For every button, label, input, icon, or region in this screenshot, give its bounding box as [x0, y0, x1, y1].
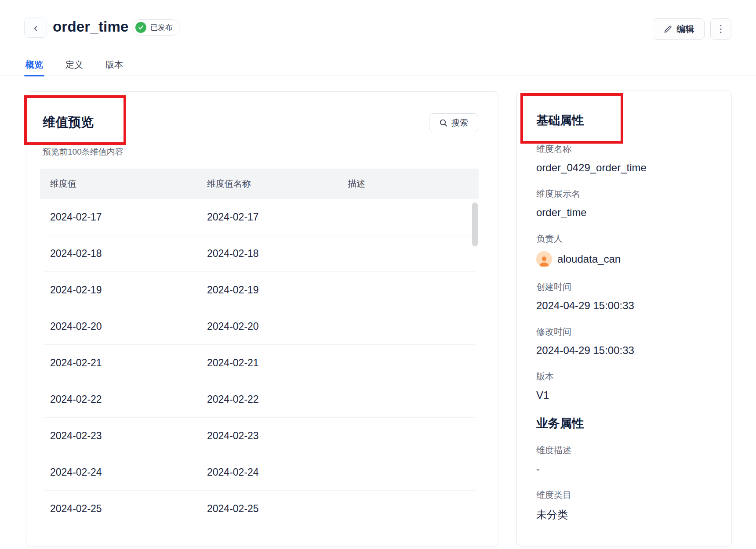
cell-dimension-value-name: 2024-02-21 [207, 357, 348, 369]
cell-dimension-value-name: 2024-02-19 [207, 284, 348, 296]
cell-dimension-value-name: 2024-02-22 [207, 394, 348, 405]
cell-dimension-value-name: 2024-02-17 [207, 211, 348, 223]
property-field: 负责人 aloudata_can [536, 233, 712, 267]
property-label: 创建时间 [536, 281, 712, 293]
table-row[interactable]: 2024-02-17 2024-02-17 [40, 199, 479, 235]
property-field: 维度描述 - [536, 444, 712, 475]
property-field: 维度名称 order_0429_order_time [536, 143, 712, 174]
property-value: V1 [536, 389, 549, 401]
table-row[interactable]: 2024-02-21 2024-02-21 [40, 345, 479, 381]
cell-dimension-value: 2024-02-24 [50, 466, 207, 478]
tab-label: 概览 [25, 60, 43, 69]
check-circle-icon [135, 22, 146, 33]
property-label: 维度类目 [536, 489, 712, 501]
page-title: order_time [53, 18, 129, 35]
table-column-header: 描述 [348, 178, 479, 190]
search-button[interactable]: 搜索 [429, 113, 478, 132]
table-body: 2024-02-17 2024-02-17 2024-02-18 2024-02… [40, 199, 479, 527]
table-row[interactable]: 2024-02-18 2024-02-18 [40, 235, 479, 272]
property-value: 2024-04-29 15:00:33 [536, 344, 634, 357]
table-row[interactable]: 2024-02-24 2024-02-24 [40, 454, 479, 491]
property-field: 维度展示名 order_time [536, 188, 712, 219]
tab-label: 定义 [65, 60, 83, 69]
cell-dimension-value: 2024-02-17 [50, 211, 207, 223]
cell-dimension-value: 2024-02-20 [50, 321, 207, 332]
property-label: 版本 [536, 371, 712, 383]
user-avatar [536, 251, 552, 267]
tab[interactable]: 概览 [24, 53, 44, 76]
tab-label: 版本 [105, 60, 123, 69]
property-label: 维度描述 [536, 444, 712, 456]
chevron-left-icon: ‹ [34, 22, 38, 33]
business-properties-title: 业务属性 [536, 415, 712, 431]
table-scrollbar[interactable] [472, 202, 478, 246]
preview-card-subtitle: 预览前100条维值内容 [43, 146, 124, 158]
back-button[interactable]: ‹ [24, 18, 47, 38]
search-button-label: 搜索 [451, 117, 468, 129]
property-value: 未分类 [536, 508, 568, 522]
edit-button-label: 编辑 [677, 23, 694, 35]
kebab-menu-icon: ⋮ [716, 23, 726, 35]
cell-dimension-value: 2024-02-22 [50, 394, 207, 405]
business-properties-fields: 维度描述 - 维度类目 未分类 [536, 444, 712, 522]
property-field: 维度类目 未分类 [536, 489, 712, 522]
property-label: 维度名称 [536, 143, 712, 155]
basic-properties-fields: 维度名称 order_0429_order_time 维度展示名 order_t… [536, 143, 712, 401]
cell-dimension-value: 2024-02-25 [50, 503, 207, 515]
tab[interactable]: 定义 [64, 53, 84, 76]
table-row[interactable]: 2024-02-20 2024-02-20 [40, 308, 479, 345]
pencil-icon [663, 25, 672, 34]
status-badge: 已发布 [132, 19, 180, 36]
cell-dimension-value-name: 2024-02-20 [207, 321, 348, 332]
cell-dimension-value: 2024-02-21 [50, 357, 207, 369]
table-row[interactable]: 2024-02-25 2024-02-25 [40, 491, 479, 527]
cell-dimension-value-name: 2024-02-23 [207, 430, 348, 442]
property-label: 负责人 [536, 233, 712, 245]
cell-dimension-value-name: 2024-02-24 [207, 466, 348, 478]
property-value: aloudata_can [557, 253, 621, 265]
property-field: 修改时间 2024-04-29 15:00:33 [536, 326, 712, 357]
cell-dimension-value: 2024-02-18 [50, 248, 207, 260]
table-row[interactable]: 2024-02-23 2024-02-23 [40, 418, 479, 454]
table-row[interactable]: 2024-02-19 2024-02-19 [40, 272, 479, 308]
table-column-header: 维度值 [50, 178, 207, 190]
property-value: - [536, 463, 540, 475]
property-value: order_0429_order_time [536, 162, 647, 174]
preview-card-title: 维值预览 [43, 114, 94, 131]
table-row[interactable]: 2024-02-22 2024-02-22 [40, 381, 479, 418]
property-value: order_time [536, 206, 587, 219]
basic-properties-title: 基础属性 [536, 112, 712, 128]
property-field: 创建时间 2024-04-29 15:00:33 [536, 281, 712, 312]
search-icon [439, 119, 448, 127]
edit-button[interactable]: 编辑 [653, 18, 705, 40]
property-label: 修改时间 [536, 326, 712, 338]
cell-dimension-value-name: 2024-02-25 [207, 503, 348, 515]
tab-bar: 概览 定义 版本 [0, 53, 756, 76]
property-label: 维度展示名 [536, 188, 712, 200]
table-column-header: 维度值名称 [207, 178, 348, 190]
more-button[interactable]: ⋮ [710, 18, 731, 40]
properties-panel: 基础属性 维度名称 order_0429_order_time 维度展示名 or… [516, 90, 732, 546]
dimension-value-preview-card: 维值预览 预览前100条维值内容 搜索 维度值 维度值名称 描述 2024-02… [26, 91, 498, 546]
status-text: 已发布 [150, 22, 173, 33]
property-value: 2024-04-29 15:00:33 [536, 300, 634, 312]
cell-dimension-value: 2024-02-23 [50, 430, 207, 442]
table-header: 维度值 维度值名称 描述 [40, 169, 479, 199]
cell-dimension-value: 2024-02-19 [50, 284, 207, 296]
tab[interactable]: 版本 [104, 53, 124, 76]
property-field: 版本 V1 [536, 371, 712, 401]
cell-dimension-value-name: 2024-02-18 [207, 248, 348, 260]
